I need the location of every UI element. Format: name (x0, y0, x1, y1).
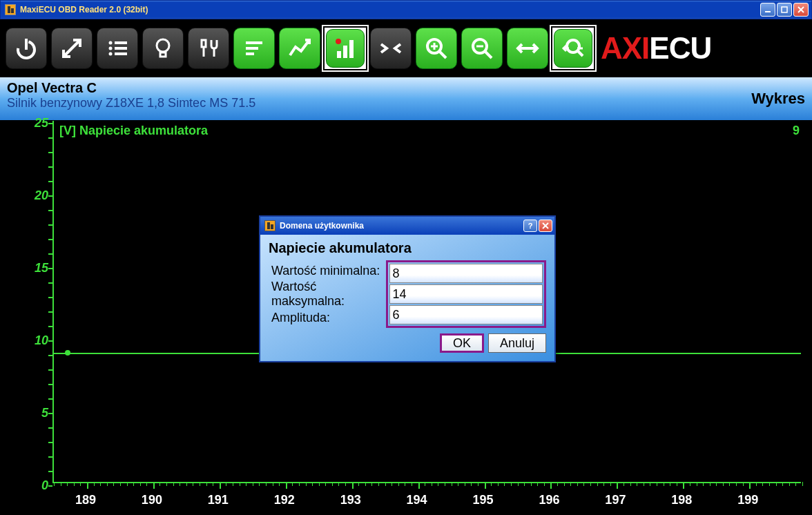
zoom-out-icon (470, 36, 494, 61)
filter-button[interactable] (233, 28, 275, 69)
zoom-fit-button-selected[interactable] (552, 28, 594, 69)
svg-rect-23 (343, 46, 347, 58)
minimize-icon (764, 6, 771, 13)
svg-point-7 (109, 41, 113, 45)
x-tick-label: 195 (473, 493, 494, 507)
zoom-in-icon (424, 36, 449, 61)
view-label: Wykres (751, 90, 805, 108)
svg-rect-18 (246, 41, 262, 44)
list-button[interactable] (97, 28, 138, 69)
max-input[interactable] (389, 284, 543, 304)
domain-dialog: Domena użytkownika ? Napiecie akumulator… (259, 215, 556, 362)
y-axis: 0510152025 (4, 121, 52, 483)
min-label: Wartość minimalna: (269, 260, 386, 281)
dialog-titlebar[interactable]: Domena użytkownika ? (260, 217, 554, 235)
app-icon (5, 4, 16, 15)
vehicle-info-strip: Opel Vectra C Silnik benzynowy Z18XE 1,8… (0, 77, 812, 120)
expand-button[interactable] (51, 28, 93, 69)
x-tick-label: 199 (737, 493, 758, 507)
close-icon (798, 6, 804, 13)
x-tick (802, 482, 803, 486)
filter-icon (242, 36, 267, 61)
svg-point-21 (336, 39, 341, 44)
dialog-help-button[interactable]: ? (523, 220, 537, 232)
toolbar: AXIECU (0, 19, 812, 77)
x-tick-label: 197 (605, 493, 626, 507)
x-tick-label: 194 (407, 493, 427, 507)
dialog-close-button[interactable] (539, 220, 552, 232)
logo: AXIECU (601, 31, 711, 66)
svg-rect-15 (202, 40, 206, 47)
close-icon (542, 222, 549, 229)
zoom-in-button[interactable] (416, 28, 457, 69)
dialog-icon (264, 220, 276, 231)
y-tick-label: 0 (41, 478, 48, 493)
x-tick-label: 190 (142, 493, 162, 507)
expand-icon (59, 36, 84, 61)
svg-line-34 (578, 51, 583, 56)
power-button[interactable] (6, 28, 47, 69)
bars-icon (333, 36, 358, 61)
graph-icon (287, 36, 312, 61)
window-controls (760, 3, 809, 17)
vehicle-info: Opel Vectra C Silnik benzynowy Z18XE 1,8… (7, 80, 255, 110)
maximize-icon (781, 6, 788, 13)
svg-line-6 (65, 41, 79, 55)
bulb-icon (151, 36, 175, 61)
x-tick-label: 192 (274, 493, 295, 507)
titlebar: MaxiECU OBD Reader 2.0 (32bit) (0, 0, 812, 19)
svg-line-30 (485, 52, 492, 58)
min-input[interactable] (389, 264, 543, 283)
y-tick-label: 5 (41, 406, 48, 420)
dialog-buttons: OK Anuluj (269, 333, 546, 353)
x-tick-label: 189 (75, 493, 96, 507)
maximize-button[interactable] (777, 3, 792, 17)
amp-label: Amplituda: (269, 307, 386, 328)
svg-point-9 (109, 47, 113, 50)
y-tick-label: 25 (35, 116, 48, 130)
y-tick-label: 20 (35, 188, 48, 203)
svg-rect-14 (160, 52, 166, 57)
x-tick-label: 196 (539, 493, 559, 507)
x-tick-label: 191 (208, 493, 229, 507)
amp-input[interactable] (389, 305, 543, 324)
svg-rect-1 (782, 7, 787, 12)
narrow-icon (378, 36, 403, 61)
list-icon (105, 36, 130, 61)
svg-rect-20 (246, 52, 254, 55)
narrow-button[interactable] (370, 28, 412, 69)
fit-width-button[interactable] (507, 28, 548, 69)
logo-ecu: ECU (649, 31, 711, 66)
data-point (65, 350, 70, 356)
ok-button[interactable]: OK (440, 333, 484, 353)
close-button[interactable] (793, 3, 809, 17)
dialog-fields: Wartość minimalna: Wartość maksymalna: A… (269, 260, 546, 328)
svg-rect-10 (115, 47, 127, 50)
titlebar-text: MaxiECU OBD Reader 2.0 (32bit) (20, 5, 760, 14)
power-icon (14, 36, 39, 61)
svg-rect-12 (115, 52, 127, 55)
minimize-button[interactable] (760, 3, 775, 17)
svg-rect-19 (246, 47, 258, 50)
svg-point-11 (109, 52, 113, 56)
dialog-heading: Napiecie akumulatora (269, 240, 546, 256)
svg-point-33 (567, 40, 579, 52)
x-axis: 189190191192193194195196197198199 (52, 486, 801, 511)
cancel-button[interactable]: Anuluj (488, 333, 546, 353)
bulb-button[interactable] (142, 28, 184, 69)
x-tick-label: 198 (671, 493, 692, 507)
logo-axi: AXI (601, 31, 649, 66)
svg-rect-0 (765, 11, 771, 12)
y-tick-label: 15 (35, 261, 48, 275)
graph-button[interactable] (279, 28, 320, 69)
x-tick-label: 193 (340, 493, 361, 507)
dialog-title-text: Domena użytkownika (280, 221, 523, 231)
zoom-out-button[interactable] (461, 28, 503, 69)
vehicle-title: Opel Vectra C (7, 80, 255, 96)
svg-point-13 (157, 39, 169, 52)
tools-button[interactable] (188, 28, 229, 69)
y-tick-label: 10 (35, 333, 48, 348)
zoom-fit-icon (561, 36, 586, 61)
fit-width-icon (515, 36, 540, 61)
bars-button-selected[interactable] (325, 28, 366, 69)
